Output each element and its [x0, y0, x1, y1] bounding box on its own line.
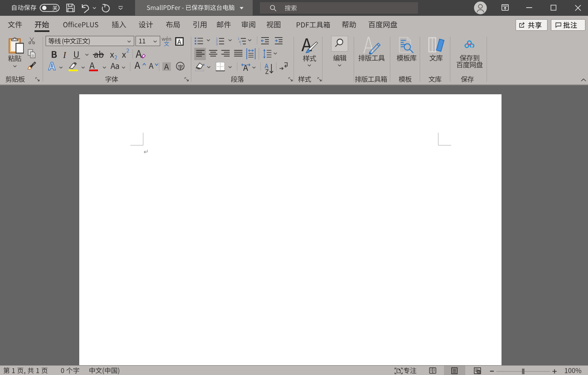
- svg-text:i: i: [240, 43, 241, 45]
- svg-text:3: 3: [216, 42, 218, 45]
